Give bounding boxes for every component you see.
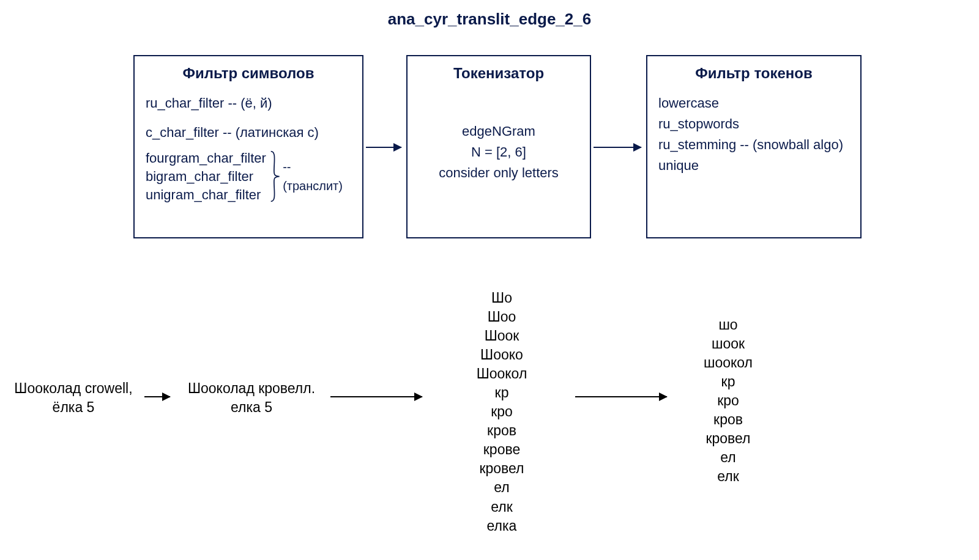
- tokenizer-line-1: edgeNGram: [419, 121, 579, 142]
- tokenizer-title: Токенизатор: [419, 65, 579, 82]
- char-filter-gram-note: -- (транслит): [283, 158, 351, 196]
- tokenizer-line-3: consider only letters: [419, 163, 579, 183]
- token-filter-line-2: ru_stopwords: [658, 114, 849, 134]
- arrow-icon: [144, 396, 170, 397]
- arrow-icon: [330, 396, 422, 397]
- char-filter-gram-list: fourgram_char_filter bigram_char_filter …: [146, 149, 266, 204]
- token-filter-line-1: lowercase: [658, 93, 849, 114]
- example-input: Шооколад crowell,ёлка 5: [12, 379, 135, 417]
- arrow-icon: [594, 147, 641, 148]
- diagram-title: ana_cyr_translit_edge_2_6: [0, 10, 979, 29]
- char-filter-gram-b: bigram_char_filter: [146, 168, 266, 186]
- token-filter-title: Фильтр токенов: [658, 65, 849, 82]
- token-filter-box: Фильтр токенов lowercase ru_stopwords ru…: [646, 55, 862, 238]
- example-after-tokenfilter: шошоокшооколкркрокровкровелелелк: [673, 315, 783, 486]
- arrow-icon: [575, 396, 667, 397]
- example-after-charfilter: Шооколад кровелл.елка 5: [181, 379, 322, 417]
- tokenizer-box: Токенизатор edgeNGram N = [2, 6] conside…: [406, 55, 591, 238]
- arrow-icon: [366, 147, 401, 148]
- token-filter-line-4: unique: [658, 155, 849, 176]
- token-filter-line-3: ru_stemming -- (snowball algo): [658, 134, 849, 155]
- char-filter-box: Фильтр символов ru_char_filter -- (ё, й)…: [133, 55, 363, 238]
- char-filter-line-2: c_char_filter -- (латинская с): [146, 122, 351, 143]
- curly-bracket-icon: [270, 150, 280, 202]
- char-filter-gram-a: fourgram_char_filter: [146, 149, 266, 168]
- char-filter-gram-c: unigram_char_filter: [146, 186, 266, 204]
- example-after-tokenizer: ШоШооШоокШоокоШооколкркрокровкровекровел…: [447, 289, 557, 536]
- tokenizer-line-2: N = [2, 6]: [419, 142, 579, 163]
- char-filter-line-1: ru_char_filter -- (ё, й): [146, 93, 351, 114]
- char-filter-title: Фильтр символов: [146, 65, 351, 82]
